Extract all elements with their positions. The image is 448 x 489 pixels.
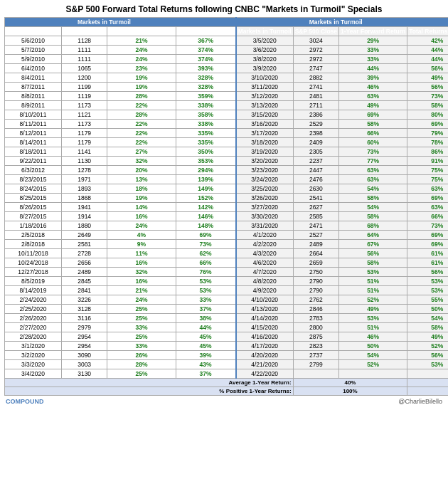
cell: 60% [339, 138, 407, 147]
bottom-bar: COMPOUND @CharlieBilello [4, 398, 444, 405]
table-row: 3/1/2020295433%45%4/17/2020282350%52% [5, 342, 449, 351]
cell: 3/26/2020 [236, 194, 293, 203]
cell: 58% [339, 258, 407, 268]
cell: 49% [407, 73, 448, 83]
table-row: 2/26/2020311625%38%4/14/2020278353%54%6/… [5, 314, 449, 323]
cell: 8/24/2015 [5, 184, 62, 194]
cell: 69% [407, 231, 448, 240]
cell: 3/10/2020 [236, 73, 293, 83]
cell: 38% [176, 314, 236, 323]
cell: 2489 [293, 240, 338, 249]
cell: 66% [176, 258, 236, 268]
cell: 3/1/2020 [5, 342, 62, 351]
table-row: 8/12/2011117922%335%3/17/2020239866%79%5… [5, 129, 449, 138]
cell: 4/6/2020 [236, 258, 293, 268]
cell: 25% [107, 369, 176, 379]
cell: 78% [407, 138, 448, 147]
cell: 2783 [293, 314, 338, 323]
cell: 44% [176, 323, 236, 332]
cell: 16% [107, 277, 176, 286]
cell: 79% [407, 129, 448, 138]
cell: 58% [407, 323, 448, 332]
cell: 328% [176, 83, 236, 92]
cell: 25% [107, 305, 176, 314]
cell: 8/18/2011 [5, 147, 62, 157]
cell: 80% [407, 110, 448, 120]
cell: 2649 [61, 231, 107, 240]
cell: 50% [407, 305, 448, 314]
cell: 73% [339, 147, 407, 157]
cell: 58% [339, 194, 407, 203]
cell: 29% [339, 36, 407, 46]
cell: 2823 [293, 342, 338, 351]
h1c4: Total Returns Since [176, 27, 236, 36]
cell: 21% [107, 286, 176, 295]
table-row: 8/14/2011117922%335%3/18/2020240960%78%5… [5, 138, 449, 147]
cell: 33% [339, 46, 407, 55]
cell: 2/28/2020 [5, 332, 62, 342]
cell: 28% [107, 110, 176, 120]
table-row: 8/8/2011111928%359%3/12/2020248163%73%5/… [5, 92, 449, 101]
cell: 51% [339, 286, 407, 295]
cell: 2541 [293, 194, 338, 203]
cell: 2476 [293, 175, 338, 184]
footer-spacer2 [407, 387, 448, 396]
cell: 1179 [61, 129, 107, 138]
cell: 2790 [293, 277, 338, 286]
cell: 2728 [61, 249, 107, 258]
cell: 4/17/2020 [236, 342, 293, 351]
cell: 22% [107, 101, 176, 110]
attribution: @CharlieBilello [398, 398, 442, 405]
cell: 43% [176, 360, 236, 369]
cell: 9/22/2011 [5, 157, 62, 166]
cell: 66% [407, 212, 448, 221]
cell: 2481 [293, 92, 338, 101]
cell: 2711 [293, 101, 338, 110]
h1c1: Markets in Turmoil [5, 27, 62, 36]
cell: 1119 [61, 92, 107, 101]
cell: 2398 [293, 129, 338, 138]
cell: 8/11/2011 [5, 120, 62, 129]
cell: 149% [176, 184, 236, 194]
cell: 2409 [293, 138, 338, 147]
cell: 2846 [293, 305, 338, 314]
h2c4: Total Returns Since [407, 27, 448, 36]
cell: 3/23/2020 [236, 166, 293, 175]
cell: 56% [407, 268, 448, 277]
cell: 23% [107, 64, 176, 73]
cell: 2/24/2020 [5, 295, 62, 305]
page-title: S&P 500 Forward Total Returns following … [4, 4, 444, 14]
cell: 1/18/2016 [5, 221, 62, 231]
table-row: 3/3/2020300328%43%4/21/2020279952%53% [5, 360, 449, 369]
cell: 25% [107, 332, 176, 342]
cell: 52% [339, 360, 407, 369]
cell: 2799 [293, 360, 338, 369]
table-row: 2/25/2020312825%37%4/13/2020284649%50%6/… [5, 305, 449, 314]
cell: 2954 [61, 342, 107, 351]
cell: 4/2/2020 [236, 240, 293, 249]
cell: 358% [176, 110, 236, 120]
cell: 8/23/2015 [5, 175, 62, 184]
cell: 49% [407, 332, 448, 342]
cell: 6/3/2012 [5, 166, 62, 175]
cell: 2627 [293, 203, 338, 212]
cell: 2737 [293, 351, 338, 360]
cell: 3128 [61, 305, 107, 314]
cell: 69% [407, 240, 448, 249]
cell: 1065 [61, 64, 107, 73]
cell: 22% [107, 138, 176, 147]
cell: 33% [107, 342, 176, 351]
cell: 2972 [293, 55, 338, 64]
cell: 22% [107, 129, 176, 138]
cell: 33% [107, 323, 176, 332]
cell: 33% [339, 55, 407, 64]
cell: 294% [176, 166, 236, 175]
cell: 45% [176, 332, 236, 342]
cell: 25% [107, 314, 176, 323]
cell: 1173 [61, 120, 107, 129]
cell: 51% [339, 323, 407, 332]
cell: 32% [107, 268, 176, 277]
cell: 4/20/2020 [236, 351, 293, 360]
cell: 22% [107, 120, 176, 129]
cell: 5/7/2010 [5, 46, 62, 55]
